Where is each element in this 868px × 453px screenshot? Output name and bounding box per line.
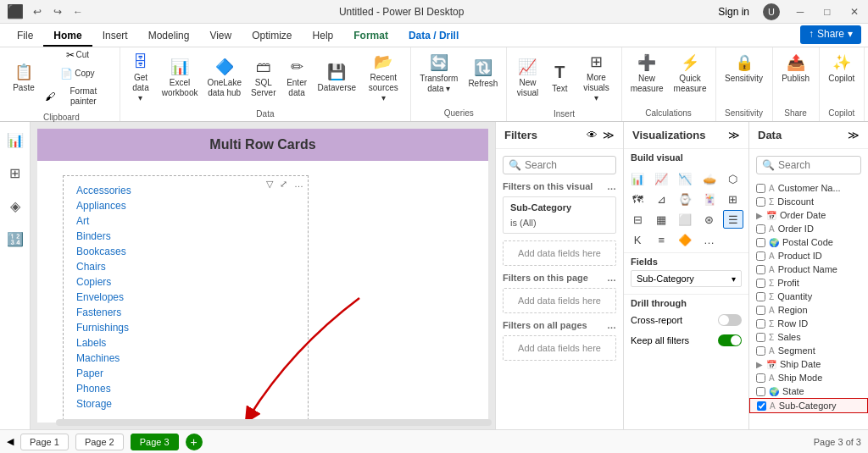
viz-expand-icon[interactable]: ≫ (728, 129, 740, 141)
filters-eye-icon[interactable]: 👁 (587, 129, 598, 141)
subcategory-filter-card[interactable]: Sub-Category is (All) (503, 196, 616, 234)
share-button[interactable]: ↑ Share ▾ (800, 25, 861, 44)
field-chevron[interactable]: ▾ (732, 274, 736, 284)
format-painter-button[interactable]: 🖌 Format painter (41, 84, 114, 109)
more-visuals-button[interactable]: ⊞ Morevisuals ▾ (576, 50, 615, 106)
data-item-segment[interactable]: A Segment (749, 344, 868, 357)
copilot-button[interactable]: ✨ Copilot (824, 51, 859, 86)
quick-measure-button[interactable]: ⚡ Quickmeasure (670, 51, 711, 97)
page-tab-1[interactable]: Page 1 (20, 434, 69, 450)
tab-optimize[interactable]: Optimize (242, 26, 302, 47)
list-item[interactable]: Paper (70, 366, 301, 381)
viz-waterfall[interactable]: ▦ (651, 210, 671, 229)
data-check-ship-mode[interactable] (756, 373, 765, 383)
more-ctrl[interactable]: … (292, 178, 306, 191)
data-item-row-id[interactable]: Σ Row ID (749, 317, 868, 330)
viz-decomp[interactable]: ⊛ (699, 210, 720, 229)
add-fields-this-visual[interactable]: Add data fields here (503, 240, 616, 266)
tab-view[interactable]: View (199, 26, 242, 47)
tab-file[interactable]: File (7, 26, 43, 47)
add-fields-this-page[interactable]: Add data fields here (503, 288, 616, 313)
new-measure-button[interactable]: ➕ Newmeasure (626, 51, 668, 97)
tab-insert[interactable]: Insert (92, 26, 138, 47)
data-check-quantity[interactable] (756, 292, 765, 301)
data-check-profit[interactable] (756, 279, 765, 288)
data-check-segment[interactable] (756, 346, 765, 356)
copy-button[interactable]: 📄 Copy (41, 65, 114, 82)
data-item-profit[interactable]: Σ Profit (749, 276, 868, 290)
data-item-customer[interactable]: A Customer Na... (749, 181, 868, 195)
list-item[interactable]: Phones (70, 381, 301, 396)
keep-filters-toggle-btn[interactable] (718, 334, 742, 346)
excel-workbook-button[interactable]: 📊 Excelworkbook (158, 55, 202, 101)
viz-bar-chart[interactable]: 📊 (627, 169, 648, 188)
onelake-button[interactable]: 🔷 OneLakedata hub (203, 55, 246, 101)
fields-row[interactable]: Sub-Category ▾ (631, 270, 742, 287)
page-back-btn[interactable]: ◀ (7, 436, 14, 447)
list-item[interactable]: Machines (70, 351, 301, 366)
data-item-postal[interactable]: 🌍 Postal Code (749, 235, 868, 249)
data-item-discount[interactable]: Σ Discount (749, 195, 868, 208)
data-expand-icon[interactable]: ≫ (848, 129, 860, 141)
add-page-button[interactable]: + (186, 434, 203, 450)
maximize-btn[interactable]: □ (821, 5, 834, 19)
text-button[interactable]: T Text (544, 60, 575, 97)
data-item-state[interactable]: 🌍 State (749, 384, 868, 398)
sign-in-text[interactable]: Sign in (718, 6, 749, 18)
dax-icon[interactable]: 🔢 (3, 228, 27, 251)
sql-server-button[interactable]: 🗃 SQLServer (247, 56, 280, 101)
list-item[interactable]: Labels (70, 335, 301, 351)
add-fields-all-pages[interactable]: Add data fields here (503, 335, 616, 361)
data-search-input[interactable] (778, 159, 855, 171)
tab-format[interactable]: Format (343, 26, 398, 47)
data-item-order-date[interactable]: ▶ 📅 Order Date (749, 208, 868, 222)
page-tab-3[interactable]: Page 3 (131, 434, 179, 450)
expand-ship-date[interactable]: ▶ (756, 360, 763, 369)
data-item-region[interactable]: A Region (749, 303, 868, 317)
data-item-ship-date[interactable]: ▶ 📅 Ship Date (749, 357, 868, 371)
close-btn[interactable]: ✕ (848, 5, 861, 19)
viz-more[interactable]: … (699, 230, 720, 249)
cross-report-toggle-btn[interactable] (718, 314, 742, 326)
expand-order-date[interactable]: ▶ (756, 211, 763, 220)
viz-table[interactable]: ⊞ (723, 190, 743, 208)
data-check-customer[interactable] (756, 184, 765, 193)
list-item[interactable]: Art (70, 213, 301, 229)
paste-button[interactable]: 📋 Paste (8, 60, 39, 96)
viz-card[interactable]: 🃏 (699, 190, 720, 208)
viz-gauge[interactable]: ⌚ (675, 190, 695, 208)
tab-help[interactable]: Help (303, 26, 344, 47)
viz-shape-map[interactable]: 🔶 (675, 230, 695, 249)
table-view-icon[interactable]: ⊞ (6, 162, 24, 185)
tab-data-drill[interactable]: Data / Drill (398, 26, 469, 47)
recent-sources-button[interactable]: 📂 Recentsources ▾ (361, 50, 405, 106)
data-item-order-id[interactable]: A Order ID (749, 222, 868, 235)
viz-line-chart[interactable]: 📈 (651, 169, 671, 188)
data-item-ship-mode[interactable]: A Ship Mode (749, 371, 868, 384)
viz-scatter[interactable]: ⬡ (723, 169, 743, 188)
sensitivity-button[interactable]: 🔒 Sensitivity (721, 51, 767, 86)
filter-ctrl[interactable]: ▽ (264, 178, 275, 191)
page-tab-2[interactable]: Page 2 (75, 434, 124, 450)
publish-button[interactable]: 📤 Publish (777, 51, 814, 86)
data-item-quantity[interactable]: Σ Quantity (749, 290, 868, 303)
this-visual-more[interactable]: … (607, 181, 616, 191)
list-item[interactable]: Fasteners (70, 305, 301, 320)
viz-slicer[interactable]: ≡ (651, 230, 671, 249)
transform-data-button[interactable]: 🔄 Transformdata ▾ (415, 51, 462, 97)
data-check-subcategory[interactable] (757, 401, 766, 411)
data-item-product-id[interactable]: A Product ID (749, 249, 868, 262)
viz-kpi[interactable]: K (627, 230, 648, 249)
focus-ctrl[interactable]: ⤢ (277, 178, 290, 191)
data-item-sales[interactable]: Σ Sales (749, 330, 868, 344)
filters-search-input[interactable] (525, 159, 610, 171)
canvas-scrollbar[interactable] (56, 419, 492, 426)
get-data-button[interactable]: 🗄 Getdata ▾ (125, 51, 157, 106)
model-view-icon[interactable]: ◈ (7, 195, 24, 218)
minimize-btn[interactable]: ─ (793, 5, 807, 19)
data-check-sales[interactable] (756, 333, 765, 342)
data-check-region[interactable] (756, 306, 765, 315)
viz-area-chart[interactable]: 📉 (675, 169, 695, 188)
viz-pie-chart[interactable]: 🥧 (699, 169, 720, 188)
viz-matrix[interactable]: ⊟ (627, 210, 648, 229)
